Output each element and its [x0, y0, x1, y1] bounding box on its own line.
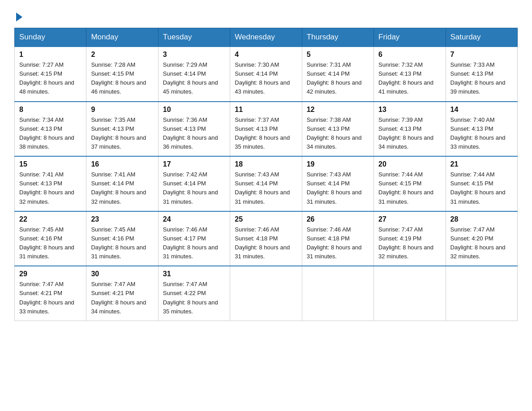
day-number: 12 [307, 106, 369, 114]
day-info: Sunrise: 7:44 AMSunset: 4:15 PMDaylight:… [450, 171, 506, 205]
table-row: 12Sunrise: 7:38 AMSunset: 4:13 PMDayligh… [302, 102, 373, 157]
day-info: Sunrise: 7:28 AMSunset: 4:15 PMDaylight:… [91, 61, 146, 95]
weekday-header-thursday: Thursday [302, 28, 373, 47]
weekday-header-monday: Monday [86, 28, 158, 47]
day-number: 21 [450, 160, 513, 168]
day-number: 10 [163, 106, 225, 114]
day-number: 9 [91, 106, 153, 114]
day-number: 1 [19, 51, 82, 59]
day-info: Sunrise: 7:39 AMSunset: 4:13 PMDaylight:… [378, 116, 433, 150]
day-number: 27 [378, 215, 441, 223]
table-row: 16Sunrise: 7:41 AMSunset: 4:14 PMDayligh… [86, 156, 158, 211]
table-row: 29Sunrise: 7:47 AMSunset: 4:21 PMDayligh… [15, 266, 86, 321]
day-number: 24 [163, 215, 225, 223]
table-row: 19Sunrise: 7:43 AMSunset: 4:14 PMDayligh… [302, 156, 373, 211]
day-number: 3 [163, 51, 225, 59]
day-info: Sunrise: 7:46 AMSunset: 4:18 PMDaylight:… [307, 226, 362, 260]
day-info: Sunrise: 7:41 AMSunset: 4:13 PMDaylight:… [19, 171, 74, 205]
day-info: Sunrise: 7:30 AMSunset: 4:14 PMDaylight:… [235, 61, 290, 95]
day-info: Sunrise: 7:34 AMSunset: 4:13 PMDaylight:… [19, 116, 74, 150]
table-row: 21Sunrise: 7:44 AMSunset: 4:15 PMDayligh… [446, 156, 517, 211]
day-info: Sunrise: 7:43 AMSunset: 4:14 PMDaylight:… [307, 171, 362, 205]
day-number: 16 [91, 160, 153, 168]
day-info: Sunrise: 7:32 AMSunset: 4:13 PMDaylight:… [378, 61, 433, 95]
day-number: 31 [163, 270, 225, 278]
table-row: 10Sunrise: 7:36 AMSunset: 4:13 PMDayligh… [158, 102, 230, 157]
day-number: 15 [19, 160, 82, 168]
weekday-header-row: SundayMondayTuesdayWednesdayThursdayFrid… [15, 28, 518, 47]
table-row: 9Sunrise: 7:35 AMSunset: 4:13 PMDaylight… [86, 102, 158, 157]
day-info: Sunrise: 7:31 AMSunset: 4:14 PMDaylight:… [307, 61, 362, 95]
day-info: Sunrise: 7:29 AMSunset: 4:14 PMDaylight:… [163, 61, 218, 95]
day-number: 26 [307, 215, 369, 223]
day-info: Sunrise: 7:38 AMSunset: 4:13 PMDaylight:… [307, 116, 362, 150]
day-number: 28 [450, 215, 513, 223]
table-row: 26Sunrise: 7:46 AMSunset: 4:18 PMDayligh… [302, 211, 373, 266]
weekday-header-tuesday: Tuesday [158, 28, 230, 47]
day-number: 13 [378, 106, 441, 114]
table-row: 20Sunrise: 7:44 AMSunset: 4:15 PMDayligh… [374, 156, 446, 211]
day-info: Sunrise: 7:40 AMSunset: 4:13 PMDaylight:… [450, 116, 506, 150]
table-row: 5Sunrise: 7:31 AMSunset: 4:14 PMDaylight… [302, 47, 373, 102]
day-number: 11 [235, 106, 297, 114]
table-row: 22Sunrise: 7:45 AMSunset: 4:16 PMDayligh… [15, 211, 86, 266]
table-row: 3Sunrise: 7:29 AMSunset: 4:14 PMDaylight… [158, 47, 230, 102]
day-number: 8 [19, 106, 82, 114]
calendar-week-5: 29Sunrise: 7:47 AMSunset: 4:21 PMDayligh… [15, 266, 518, 321]
day-info: Sunrise: 7:42 AMSunset: 4:14 PMDaylight:… [163, 171, 218, 205]
day-info: Sunrise: 7:35 AMSunset: 4:13 PMDaylight:… [91, 116, 146, 150]
table-row: 28Sunrise: 7:47 AMSunset: 4:20 PMDayligh… [446, 211, 517, 266]
table-row: 13Sunrise: 7:39 AMSunset: 4:13 PMDayligh… [374, 102, 446, 157]
day-info: Sunrise: 7:37 AMSunset: 4:13 PMDaylight:… [235, 116, 290, 150]
day-info: Sunrise: 7:47 AMSunset: 4:21 PMDaylight:… [91, 281, 146, 314]
weekday-header-sunday: Sunday [15, 28, 86, 47]
day-info: Sunrise: 7:47 AMSunset: 4:20 PMDaylight:… [450, 226, 506, 260]
day-number: 29 [19, 270, 82, 278]
table-row [302, 266, 373, 321]
day-info: Sunrise: 7:27 AMSunset: 4:15 PMDaylight:… [19, 61, 74, 95]
table-row [230, 266, 302, 321]
calendar-week-1: 1Sunrise: 7:27 AMSunset: 4:15 PMDaylight… [15, 47, 518, 102]
table-row: 24Sunrise: 7:46 AMSunset: 4:17 PMDayligh… [158, 211, 230, 266]
day-info: Sunrise: 7:46 AMSunset: 4:17 PMDaylight:… [163, 226, 218, 260]
calendar-week-3: 15Sunrise: 7:41 AMSunset: 4:13 PMDayligh… [15, 156, 518, 211]
day-number: 19 [307, 160, 369, 168]
day-number: 20 [378, 160, 441, 168]
table-row: 31Sunrise: 7:47 AMSunset: 4:22 PMDayligh… [158, 266, 230, 321]
table-row: 11Sunrise: 7:37 AMSunset: 4:13 PMDayligh… [230, 102, 302, 157]
day-number: 2 [91, 51, 153, 59]
table-row: 15Sunrise: 7:41 AMSunset: 4:13 PMDayligh… [15, 156, 86, 211]
weekday-header-wednesday: Wednesday [230, 28, 302, 47]
day-info: Sunrise: 7:46 AMSunset: 4:18 PMDaylight:… [235, 226, 290, 260]
table-row: 14Sunrise: 7:40 AMSunset: 4:13 PMDayligh… [446, 102, 517, 157]
day-info: Sunrise: 7:36 AMSunset: 4:13 PMDaylight:… [163, 116, 218, 150]
day-number: 18 [235, 160, 297, 168]
day-number: 30 [91, 270, 153, 278]
table-row: 1Sunrise: 7:27 AMSunset: 4:15 PMDaylight… [15, 47, 86, 102]
table-row [374, 266, 446, 321]
table-row: 2Sunrise: 7:28 AMSunset: 4:15 PMDaylight… [86, 47, 158, 102]
table-row: 23Sunrise: 7:45 AMSunset: 4:16 PMDayligh… [86, 211, 158, 266]
table-row: 7Sunrise: 7:33 AMSunset: 4:13 PMDaylight… [446, 47, 517, 102]
day-number: 7 [450, 51, 513, 59]
table-row: 8Sunrise: 7:34 AMSunset: 4:13 PMDaylight… [15, 102, 86, 157]
table-row: 30Sunrise: 7:47 AMSunset: 4:21 PMDayligh… [86, 266, 158, 321]
weekday-header-friday: Friday [374, 28, 446, 47]
day-number: 25 [235, 215, 297, 223]
day-number: 17 [163, 160, 225, 168]
day-number: 4 [235, 51, 297, 59]
table-row: 17Sunrise: 7:42 AMSunset: 4:14 PMDayligh… [158, 156, 230, 211]
day-info: Sunrise: 7:43 AMSunset: 4:14 PMDaylight:… [235, 171, 290, 205]
day-number: 6 [378, 51, 441, 59]
calendar-week-4: 22Sunrise: 7:45 AMSunset: 4:16 PMDayligh… [15, 211, 518, 266]
day-info: Sunrise: 7:44 AMSunset: 4:15 PMDaylight:… [378, 171, 433, 205]
logo-arrow-icon [16, 13, 22, 21]
day-info: Sunrise: 7:45 AMSunset: 4:16 PMDaylight:… [91, 226, 146, 260]
table-row: 25Sunrise: 7:46 AMSunset: 4:18 PMDayligh… [230, 211, 302, 266]
day-info: Sunrise: 7:45 AMSunset: 4:16 PMDaylight:… [19, 226, 74, 260]
weekday-header-saturday: Saturday [446, 28, 517, 47]
table-row: 27Sunrise: 7:47 AMSunset: 4:19 PMDayligh… [374, 211, 446, 266]
calendar-week-2: 8Sunrise: 7:34 AMSunset: 4:13 PMDaylight… [15, 102, 518, 157]
day-info: Sunrise: 7:47 AMSunset: 4:21 PMDaylight:… [19, 281, 74, 314]
day-info: Sunrise: 7:47 AMSunset: 4:19 PMDaylight:… [378, 226, 433, 260]
